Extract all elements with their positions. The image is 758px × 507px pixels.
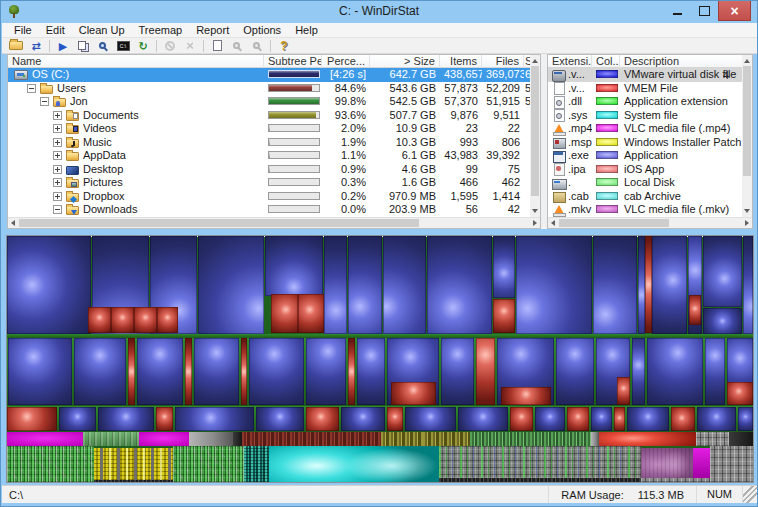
- treemap-block[interactable]: [729, 432, 753, 446]
- treemap-view[interactable]: [6, 235, 754, 483]
- tree-row[interactable]: Jon99.8%542.5 GB57,37051,9155: [8, 95, 530, 109]
- tree-row[interactable]: Dropbox0.2%970.9 MB1,5951,414: [8, 190, 530, 204]
- menu-item-help[interactable]: Help: [288, 23, 325, 38]
- tree-horizontal-scrollbar[interactable]: [8, 217, 540, 228]
- menu-item-edit[interactable]: Edit: [39, 23, 72, 38]
- treemap-block[interactable]: [306, 407, 339, 431]
- tree-row[interactable]: OS (C:)[4:26 s]642.7 GB438,657369,0736: [8, 68, 530, 82]
- treemap-block[interactable]: [348, 338, 355, 405]
- treemap-block[interactable]: [647, 338, 703, 405]
- treemap-block[interactable]: [341, 407, 385, 431]
- tree-row[interactable]: Users84.6%543.6 GB57,87352,2095: [8, 82, 530, 96]
- treemap-block[interactable]: [7, 236, 91, 334]
- treemap-block[interactable]: [645, 236, 652, 333]
- scrollbar-thumb[interactable]: [743, 66, 751, 176]
- tree-row[interactable]: Videos2.0%10.9 GB2322: [8, 122, 530, 136]
- treemap-block[interactable]: [671, 407, 695, 431]
- scrollbar-thumb[interactable]: [559, 219, 669, 227]
- extension-row[interactable]: .mspWindows Installer Patch: [548, 136, 742, 150]
- treemap-block[interactable]: [632, 338, 645, 405]
- treemap-block[interactable]: [510, 407, 533, 431]
- treemap-block[interactable]: [242, 432, 381, 446]
- expand-icon[interactable]: [53, 124, 62, 133]
- scroll-up-icon[interactable]: [744, 59, 750, 63]
- treemap-block[interactable]: [439, 446, 641, 482]
- close-button[interactable]: [718, 1, 751, 21]
- treemap-block[interactable]: [8, 338, 72, 405]
- treemap-block[interactable]: [348, 236, 382, 334]
- treemap-block[interactable]: [641, 478, 710, 482]
- treemap-block[interactable]: [441, 338, 474, 405]
- treemap-block[interactable]: [134, 307, 157, 333]
- collapse-icon[interactable]: [40, 97, 49, 106]
- treemap-block[interactable]: [233, 432, 242, 446]
- treemap-block[interactable]: [244, 446, 269, 482]
- treemap-block[interactable]: [7, 432, 83, 446]
- treemap-block[interactable]: [241, 338, 247, 405]
- open-button[interactable]: [6, 38, 26, 53]
- tree-column-header[interactable]: Files: [482, 55, 524, 68]
- treemap-block[interactable]: [383, 236, 426, 334]
- user-defined-cleanup-button[interactable]: [207, 38, 227, 53]
- menu-item-treemap[interactable]: Treemap: [132, 23, 190, 38]
- treemap-block[interactable]: [7, 446, 94, 482]
- treemap-block[interactable]: [83, 432, 139, 446]
- treemap-block[interactable]: [516, 236, 592, 334]
- treemap-block[interactable]: [74, 338, 126, 405]
- treemap-block[interactable]: [111, 307, 134, 333]
- treemap-block[interactable]: [269, 446, 439, 482]
- treemap-block[interactable]: [59, 407, 96, 431]
- treemap-block[interactable]: [627, 407, 669, 431]
- expand-icon[interactable]: [53, 138, 62, 147]
- treemap-block[interactable]: [7, 407, 57, 431]
- scroll-down-icon[interactable]: [744, 209, 750, 213]
- treemap-block[interactable]: [271, 294, 298, 333]
- scrollbar-thumb[interactable]: [531, 66, 539, 196]
- treemap-block[interactable]: [703, 236, 742, 307]
- menu-item-report[interactable]: Report: [189, 23, 236, 38]
- treemap-block[interactable]: [556, 338, 594, 405]
- extension-column-header[interactable]: Extensi...: [548, 55, 592, 68]
- help-button[interactable]: ?: [274, 38, 294, 53]
- treemap-block[interactable]: [530, 432, 591, 446]
- treemap-block[interactable]: [535, 407, 565, 431]
- minimize-button[interactable]: [664, 1, 691, 20]
- tree-row[interactable]: Downloads0.0%203.9 MB5642: [8, 203, 530, 217]
- scroll-up-icon[interactable]: [532, 59, 538, 63]
- treemap-block[interactable]: [476, 338, 495, 405]
- tree-row[interactable]: Pictures0.3%1.6 GB466462: [8, 176, 530, 190]
- treemap-block[interactable]: [173, 446, 244, 482]
- treemap-block[interactable]: [693, 448, 710, 478]
- scroll-left-icon[interactable]: [551, 220, 555, 226]
- treemap-block[interactable]: [128, 338, 135, 405]
- treemap-block[interactable]: [423, 432, 470, 446]
- treemap-block[interactable]: [175, 407, 254, 431]
- scroll-right-icon[interactable]: [745, 220, 749, 226]
- expand-icon[interactable]: [53, 111, 62, 120]
- maximize-button[interactable]: [691, 1, 718, 20]
- treemap-block[interactable]: [198, 236, 264, 334]
- tree-column-header[interactable]: Subtree Percent...: [264, 55, 322, 68]
- extension-horizontal-scrollbar[interactable]: [548, 217, 752, 228]
- treemap-block[interactable]: [298, 294, 324, 333]
- treemap-block[interactable]: [156, 407, 173, 431]
- extension-row[interactable]: .v...VMEM File: [548, 82, 742, 96]
- treemap-block[interactable]: [137, 338, 183, 405]
- treemap-block[interactable]: [705, 338, 725, 405]
- treemap-block[interactable]: [599, 432, 696, 446]
- treemap-block[interactable]: [439, 478, 641, 482]
- treemap-block[interactable]: [652, 236, 687, 334]
- treemap-block[interactable]: [324, 236, 347, 334]
- extension-row[interactable]: .sysSystem file: [548, 109, 742, 123]
- treemap-block[interactable]: [405, 407, 456, 431]
- treemap-block[interactable]: [493, 299, 515, 333]
- collapse-icon[interactable]: [53, 205, 62, 214]
- extension-row[interactable]: .exeApplication: [548, 149, 742, 163]
- menu-item-clean-up[interactable]: Clean Up: [72, 23, 132, 38]
- extension-row[interactable]: .v...VMware virtual disk file4: [548, 68, 742, 82]
- tree-column-header[interactable]: > Size: [370, 55, 440, 68]
- treemap-block[interactable]: [387, 407, 403, 431]
- scroll-down-icon[interactable]: [532, 209, 538, 213]
- expand-icon[interactable]: [53, 178, 62, 187]
- treemap-block[interactable]: [591, 432, 599, 446]
